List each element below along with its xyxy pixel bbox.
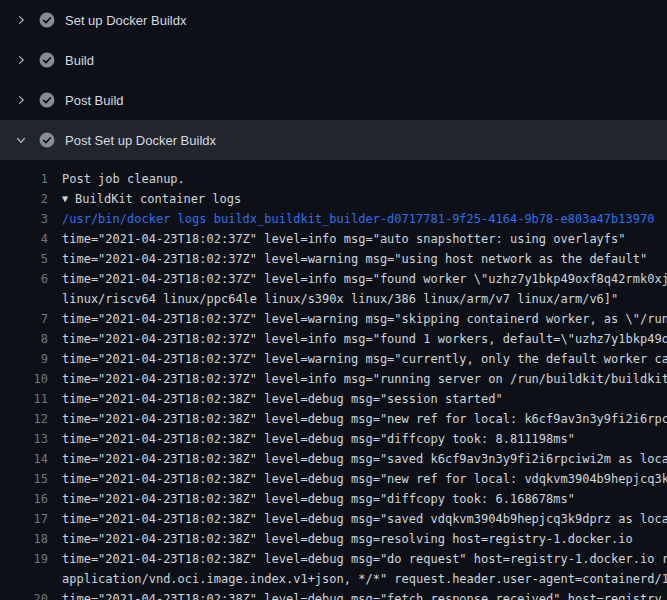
log-text: linux/riscv64 linux/ppc64le linux/s390x … — [62, 289, 618, 309]
chevron-right-icon — [15, 14, 27, 26]
log-line: 10 time="2021-04-23T18:02:37Z" level=inf… — [0, 369, 667, 389]
log-text: time="2021-04-23T18:02:37Z" level=warnin… — [62, 309, 667, 329]
step-label: Build — [65, 53, 94, 68]
line-number[interactable]: 16 — [0, 489, 48, 509]
log-line: 2 ▼ BuildKit container logs — [0, 189, 667, 209]
line-number[interactable] — [0, 289, 48, 309]
line-number[interactable]: 19 — [0, 549, 48, 569]
chevron-right-icon — [15, 54, 27, 66]
log-text: time="2021-04-23T18:02:37Z" level=warnin… — [62, 349, 667, 369]
log-line-content: time="2021-04-23T18:02:38Z" level=debug … — [62, 489, 667, 509]
log-text: Post job cleanup. — [62, 169, 185, 189]
log-text: time="2021-04-23T18:02:37Z" level=warnin… — [62, 249, 647, 269]
log-text: time="2021-04-23T18:02:37Z" level=info m… — [62, 229, 626, 249]
log-text: time="2021-04-23T18:02:38Z" level=debug … — [62, 389, 503, 409]
log-text: time="2021-04-23T18:02:37Z" level=info m… — [62, 369, 667, 389]
log-line: 1 Post job cleanup. — [0, 169, 667, 189]
step-header[interactable]: Set up Docker Buildx — [0, 0, 667, 40]
workflow-log-viewer: Set up Docker Buildx Build Post Build Po… — [0, 0, 667, 600]
log-line: 16 time="2021-04-23T18:02:38Z" level=deb… — [0, 489, 667, 509]
line-number[interactable]: 10 — [0, 369, 48, 389]
group-toggle-icon[interactable]: ▼ — [62, 189, 68, 209]
log-line: 19 time="2021-04-23T18:02:38Z" level=deb… — [0, 549, 667, 569]
log-text: time="2021-04-23T18:02:38Z" level=debug … — [62, 549, 667, 569]
line-number[interactable]: 17 — [0, 509, 48, 529]
step-header[interactable]: Build — [0, 40, 667, 80]
log-text: time="2021-04-23T18:02:38Z" level=debug … — [62, 469, 667, 489]
line-number[interactable]: 6 — [0, 269, 48, 289]
log-line: 5 time="2021-04-23T18:02:37Z" level=warn… — [0, 249, 667, 269]
check-circle-icon — [39, 52, 55, 68]
line-number[interactable]: 11 — [0, 389, 48, 409]
step-label: Post Set up Docker Buildx — [65, 133, 216, 148]
log-line-content: time="2021-04-23T18:02:38Z" level=debug … — [62, 449, 667, 469]
line-number[interactable]: 18 — [0, 529, 48, 549]
log-lines: 1 Post job cleanup. 2 ▼ BuildKit contain… — [0, 160, 667, 600]
line-number[interactable]: 20 — [0, 589, 48, 600]
log-line: 4 time="2021-04-23T18:02:37Z" level=info… — [0, 229, 667, 249]
line-number[interactable]: 14 — [0, 449, 48, 469]
check-circle-icon — [39, 92, 55, 108]
log-line-content: time="2021-04-23T18:02:38Z" level=debug … — [62, 529, 667, 549]
log-line: 7 time="2021-04-23T18:02:37Z" level=warn… — [0, 309, 667, 329]
log-line-content: time="2021-04-23T18:02:38Z" level=debug … — [62, 549, 667, 569]
log-line-content: time="2021-04-23T18:02:37Z" level=info m… — [62, 369, 667, 389]
step-label: Set up Docker Buildx — [65, 13, 186, 28]
line-number[interactable]: 8 — [0, 329, 48, 349]
log-text: time="2021-04-23T18:02:38Z" level=debug … — [62, 449, 667, 469]
log-line-content: ▼ BuildKit container logs — [62, 189, 667, 209]
log-line: 11 time="2021-04-23T18:02:38Z" level=deb… — [0, 389, 667, 409]
log-text: time="2021-04-23T18:02:38Z" level=debug … — [62, 589, 662, 600]
log-line-content: time="2021-04-23T18:02:37Z" level=info m… — [62, 269, 667, 289]
log-line: application/vnd.oci.image.index.v1+json,… — [0, 569, 667, 589]
log-line: 13 time="2021-04-23T18:02:38Z" level=deb… — [0, 429, 667, 449]
log-line: 14 time="2021-04-23T18:02:38Z" level=deb… — [0, 449, 667, 469]
line-number[interactable]: 13 — [0, 429, 48, 449]
log-line-content: time="2021-04-23T18:02:38Z" level=debug … — [62, 589, 667, 600]
log-line-content: time="2021-04-23T18:02:37Z" level=warnin… — [62, 349, 667, 369]
line-number[interactable]: 4 — [0, 229, 48, 249]
line-number[interactable]: 12 — [0, 409, 48, 429]
line-number[interactable]: 2 — [0, 189, 48, 209]
log-line-content: Post job cleanup. — [62, 169, 667, 189]
log-text: time="2021-04-23T18:02:38Z" level=debug … — [62, 489, 575, 509]
log-line-content: time="2021-04-23T18:02:37Z" level=warnin… — [62, 249, 667, 269]
log-line: 3 /usr/bin/docker logs buildx_buildkit_b… — [0, 209, 667, 229]
log-line: 15 time="2021-04-23T18:02:38Z" level=deb… — [0, 469, 667, 489]
chevron-down-icon — [15, 134, 27, 146]
chevron-icon[interactable] — [13, 12, 29, 28]
line-number[interactable]: 5 — [0, 249, 48, 269]
log-line-content: time="2021-04-23T18:02:37Z" level=warnin… — [62, 309, 667, 329]
log-text: time="2021-04-23T18:02:38Z" level=debug … — [62, 529, 633, 549]
line-number[interactable]: 3 — [0, 209, 48, 229]
steps-list: Set up Docker Buildx Build Post Build Po… — [0, 0, 667, 160]
log-text: time="2021-04-23T18:02:38Z" level=debug … — [62, 429, 575, 449]
log-line: 9 time="2021-04-23T18:02:37Z" level=warn… — [0, 349, 667, 369]
log-line: 12 time="2021-04-23T18:02:38Z" level=deb… — [0, 409, 667, 429]
log-line-content: application/vnd.oci.image.index.v1+json,… — [62, 569, 667, 589]
chevron-icon[interactable] — [13, 132, 29, 148]
check-circle-icon — [39, 12, 55, 28]
chevron-icon[interactable] — [13, 52, 29, 68]
step-label: Post Build — [65, 93, 124, 108]
log-line: 18 time="2021-04-23T18:02:38Z" level=deb… — [0, 529, 667, 549]
line-number[interactable]: 1 — [0, 169, 48, 189]
chevron-right-icon — [15, 94, 27, 106]
log-line-content: time="2021-04-23T18:02:38Z" level=debug … — [62, 409, 667, 429]
step-header[interactable]: Post Set up Docker Buildx — [0, 120, 667, 160]
log-line-content: time="2021-04-23T18:02:37Z" level=info m… — [62, 329, 667, 349]
log-text: /usr/bin/docker logs buildx_buildkit_bui… — [62, 209, 654, 229]
log-line: 8 time="2021-04-23T18:02:37Z" level=info… — [0, 329, 667, 349]
log-text: time="2021-04-23T18:02:38Z" level=debug … — [62, 409, 667, 429]
step-header[interactable]: Post Build — [0, 80, 667, 120]
chevron-icon[interactable] — [13, 92, 29, 108]
log-text: application/vnd.oci.image.index.v1+json,… — [62, 569, 667, 589]
log-text: time="2021-04-23T18:02:38Z" level=debug … — [62, 509, 667, 529]
log-line-content: time="2021-04-23T18:02:38Z" level=debug … — [62, 389, 667, 409]
line-number[interactable]: 9 — [0, 349, 48, 369]
log-line-content: time="2021-04-23T18:02:37Z" level=info m… — [62, 229, 667, 249]
line-number[interactable] — [0, 569, 48, 589]
check-circle-icon — [39, 132, 55, 148]
line-number[interactable]: 7 — [0, 309, 48, 329]
line-number[interactable]: 15 — [0, 469, 48, 489]
